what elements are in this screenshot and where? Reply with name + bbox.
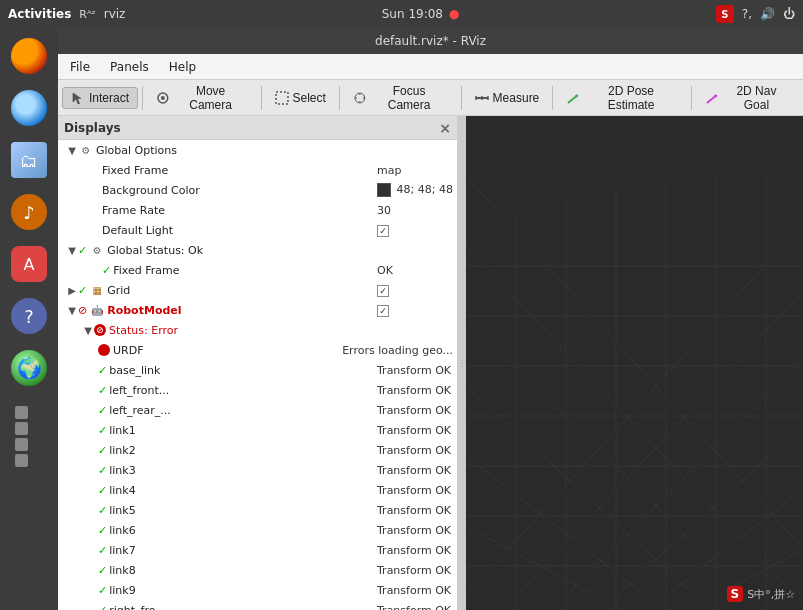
checkbox-default-light[interactable]	[377, 225, 389, 237]
separator-4	[461, 86, 462, 110]
tool-move-camera[interactable]: Move Camera	[147, 80, 257, 116]
window-title: default.rviz* - RViz	[375, 34, 486, 48]
svg-point-1	[161, 96, 165, 100]
tree-item-default-light[interactable]: Default Light	[58, 220, 457, 240]
tool-measure[interactable]: Measure	[466, 87, 549, 109]
label-grid: Grid	[107, 284, 377, 297]
tool-2d-nav[interactable]: 2D Nav Goal	[696, 80, 799, 116]
docker-globe[interactable]: 🌍	[5, 344, 53, 392]
tree-item-link2[interactable]: ✓ link2 Transform OK	[58, 440, 457, 460]
panel-close-button[interactable]: ×	[439, 120, 451, 136]
docker-thunderbird[interactable]	[5, 84, 53, 132]
move-camera-icon	[156, 91, 170, 105]
check-base-link: ✓	[98, 364, 107, 377]
tree-item-link9[interactable]: ✓ link9 Transform OK	[58, 580, 457, 600]
check-left-front: ✓	[98, 384, 107, 397]
tree-item-frame-rate[interactable]: Frame Rate 30	[58, 200, 457, 220]
checkbox-robotmodel[interactable]	[377, 305, 389, 317]
value-urdf: Errors loading geo...	[342, 344, 457, 357]
app-window: default.rviz* - RViz File Panels Help In…	[58, 28, 803, 610]
value-left-front: Transform OK	[377, 384, 457, 397]
check-global-status: ✓	[78, 244, 87, 257]
label-base-link: base_link	[109, 364, 377, 377]
value-default-light	[377, 224, 457, 237]
tree-item-bg-color[interactable]: Background Color 48; 48; 48	[58, 180, 457, 200]
menu-panels[interactable]: Panels	[102, 58, 157, 76]
tree-item-right-fro[interactable]: ✓ right_fro... Transform OK	[58, 600, 457, 610]
app-name: rviz	[104, 7, 126, 21]
tree-item-base-link[interactable]: ✓ base_link Transform OK	[58, 360, 457, 380]
measure-label: Measure	[493, 91, 540, 105]
tool-2d-pose[interactable]: 2D Pose Estimate	[557, 80, 687, 116]
tree-item-link7[interactable]: ✓ link7 Transform OK	[58, 540, 457, 560]
check-link8: ✓	[98, 564, 107, 577]
label-default-light: Default Light	[102, 224, 377, 237]
title-bar: default.rviz* - RViz	[58, 28, 803, 54]
tree-item-link5[interactable]: ✓ link5 Transform OK	[58, 500, 457, 520]
docker-apps[interactable]	[5, 396, 53, 444]
record-indicator: ●	[449, 7, 459, 21]
tree-item-link4[interactable]: ✓ link4 Transform OK	[58, 480, 457, 500]
label-bg-color: Background Color	[102, 184, 377, 197]
value-link2: Transform OK	[377, 444, 457, 457]
value-right-fro: Transform OK	[377, 604, 457, 611]
move-camera-label: Move Camera	[174, 84, 248, 112]
docker-files[interactable]: 🗂	[5, 136, 53, 184]
viewport-grid-svg: .grid-line { stroke: #3a3a3a; stroke-wid…	[466, 116, 803, 610]
tree-item-link6[interactable]: ✓ link6 Transform OK	[58, 520, 457, 540]
check-link6: ✓	[98, 524, 107, 537]
tool-select[interactable]: Select	[266, 87, 335, 109]
tree-item-global-options[interactable]: ▼ ⚙ Global Options	[58, 140, 457, 160]
menu-help[interactable]: Help	[161, 58, 204, 76]
robot-icon: 🤖	[89, 302, 105, 318]
tree-item-link3[interactable]: ✓ link3 Transform OK	[58, 460, 457, 480]
select-icon	[275, 91, 289, 105]
sogou-text: S中°,拼☆	[747, 587, 795, 602]
volume-icon[interactable]: 🔊	[760, 7, 775, 21]
panel-header: Displays ×	[58, 116, 457, 140]
svg-line-40	[466, 316, 746, 596]
label-link6: link6	[109, 524, 377, 537]
label-link7: link7	[109, 544, 377, 557]
check-left-rear: ✓	[98, 404, 107, 417]
value-fixed-frame: map	[377, 164, 457, 177]
menu-file[interactable]: File	[62, 58, 98, 76]
tree-item-grid[interactable]: ▶ ✓ ▦ Grid	[58, 280, 457, 300]
tool-focus-camera[interactable]: Focus Camera	[344, 80, 457, 116]
docker-audio[interactable]: ♪	[5, 188, 53, 236]
viewport-3d[interactable]: .grid-line { stroke: #3a3a3a; stroke-wid…	[466, 116, 803, 610]
checkbox-grid[interactable]	[377, 285, 389, 297]
grid-icon: ▦	[89, 282, 105, 298]
tree-item-fixed-frame-ok[interactable]: ✓ Fixed Frame OK	[58, 260, 457, 280]
value-grid	[377, 284, 457, 297]
bg-color-swatch	[377, 183, 391, 197]
value-bg-color: 48; 48; 48	[377, 183, 457, 197]
resize-handle[interactable]	[458, 116, 466, 610]
label-global-status: Global Status: Ok	[107, 244, 377, 257]
tree-item-status-error[interactable]: ▼ ⊘ Status: Error	[58, 320, 457, 340]
tree-item-urdf[interactable]: ⊘ URDF Errors loading geo...	[58, 340, 457, 360]
value-base-link: Transform OK	[377, 364, 457, 377]
tree-item-link8[interactable]: ✓ link8 Transform OK	[58, 560, 457, 580]
value-robotmodel	[377, 304, 457, 317]
activities-button[interactable]: Activities	[8, 7, 71, 21]
tree-item-global-status[interactable]: ▼ ✓ ⚙ Global Status: Ok	[58, 240, 457, 260]
docker-help[interactable]: ?	[5, 292, 53, 340]
docker-appstore[interactable]: A	[5, 240, 53, 288]
tree-item-left-rear[interactable]: ✓ left_rear_... Transform OK	[58, 400, 457, 420]
value-link8: Transform OK	[377, 564, 457, 577]
tool-interact[interactable]: Interact	[62, 87, 138, 109]
system-tray-settings[interactable]: ?,	[742, 7, 752, 21]
svg-line-32	[466, 176, 803, 596]
tree-item-fixed-frame[interactable]: Fixed Frame map	[58, 160, 457, 180]
value-left-rear: Transform OK	[377, 404, 457, 417]
docker-firefox[interactable]	[5, 32, 53, 80]
tree-item-link1[interactable]: ✓ link1 Transform OK	[58, 420, 457, 440]
ruler-icon	[475, 91, 489, 105]
tree-item-left-front[interactable]: ✓ left_front... Transform OK	[58, 380, 457, 400]
power-icon[interactable]: ⏻	[783, 7, 795, 21]
tree-container[interactable]: ▼ ⚙ Global Options Fixed Frame map Backg…	[58, 140, 457, 610]
tree-item-robotmodel[interactable]: ▼ ⊘ 🤖 RobotModel	[58, 300, 457, 320]
2d-pose-label: 2D Pose Estimate	[584, 84, 678, 112]
value-link6: Transform OK	[377, 524, 457, 537]
